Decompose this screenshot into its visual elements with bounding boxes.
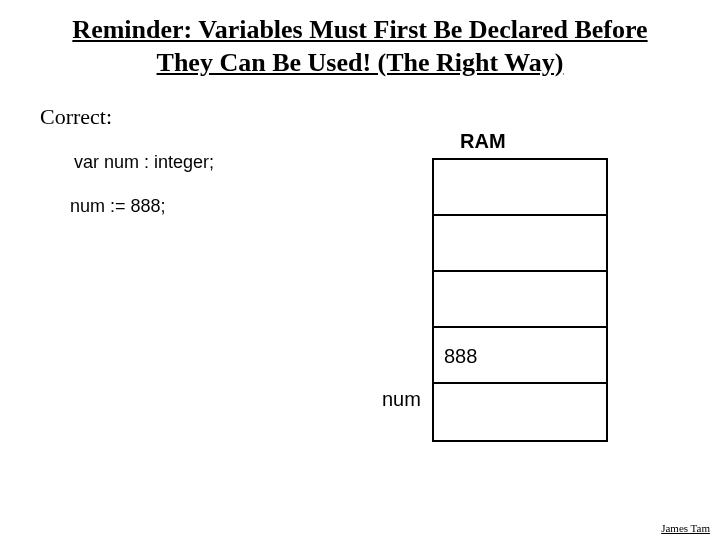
code-line-assignment: num := 888; — [70, 196, 166, 217]
title-line-2: They Can Be Used! (The Right Way) — [157, 48, 564, 77]
ram-label: RAM — [460, 130, 506, 153]
correct-label: Correct: — [40, 104, 112, 130]
ram-cell — [434, 160, 606, 216]
code-line-declaration: var num : integer; — [74, 152, 214, 173]
slide: Reminder: Variables Must First Be Declar… — [0, 0, 720, 540]
title-line-1: Reminder: Variables Must First Be Declar… — [72, 15, 647, 44]
author-credit: James Tam — [661, 522, 710, 534]
slide-title: Reminder: Variables Must First Be Declar… — [0, 14, 720, 79]
num-variable-label: num — [382, 388, 421, 411]
ram-cell — [434, 216, 606, 272]
ram-cell — [434, 272, 606, 328]
ram-box: 888 — [432, 158, 608, 442]
ram-cell-num: 888 — [434, 328, 606, 384]
ram-cell — [434, 384, 606, 440]
